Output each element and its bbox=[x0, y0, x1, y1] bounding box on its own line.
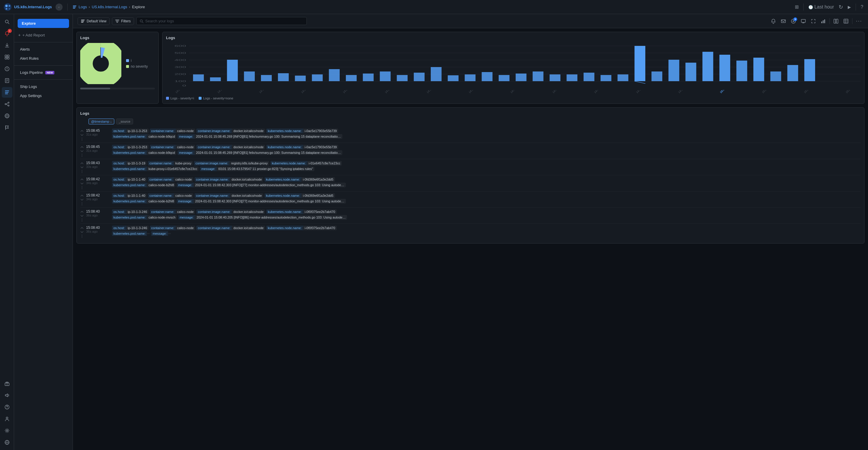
log-field[interactable]: message:2024-01-01 15:08:42.303 [INFO][7… bbox=[177, 199, 346, 203]
log-field[interactable]: message:2024-01-01 15:08:45.269 [INFO][8… bbox=[178, 150, 342, 155]
ellipsis-v-icon[interactable] bbox=[80, 234, 84, 238]
log-field[interactable]: container.image.name:docker.io/calico/no… bbox=[196, 209, 265, 214]
chevron-down-icon[interactable] bbox=[80, 214, 84, 218]
ellipsis-v-icon[interactable] bbox=[80, 153, 84, 157]
log-field[interactable]: container.image.name:registry.k8s.io/kub… bbox=[194, 161, 269, 166]
sidebar-item-alerts[interactable]: ! bbox=[2, 28, 12, 39]
ellipsis-v-icon[interactable] bbox=[80, 186, 84, 190]
log-field[interactable]: container.name:calico-node bbox=[150, 226, 195, 230]
log-field[interactable]: os.host:ip-10-1-3-19 bbox=[112, 161, 147, 166]
log-expand-controls[interactable] bbox=[80, 193, 84, 205]
fullscreen-button[interactable] bbox=[809, 17, 817, 25]
log-expand-controls[interactable] bbox=[80, 226, 84, 238]
log-field[interactable]: kubernetes.node.name:i-0ac5e17903e55b739 bbox=[266, 129, 338, 133]
sidebar-item-integrations[interactable] bbox=[2, 99, 12, 109]
log-field[interactable]: container.name:calico-node bbox=[148, 177, 193, 182]
log-field[interactable]: kubernetes.node.name:i-0f0f375ee2b7ab470 bbox=[266, 226, 337, 230]
chevron-down-icon[interactable] bbox=[80, 230, 84, 234]
chevron-up-icon[interactable] bbox=[80, 226, 84, 230]
log-field[interactable]: container.name:calico-node bbox=[150, 209, 195, 214]
sidebar-item-reports[interactable] bbox=[2, 75, 12, 86]
notification-button[interactable] bbox=[770, 17, 777, 25]
nav-item-alert-rules[interactable]: Alert Rules bbox=[16, 54, 71, 63]
log-field[interactable]: container.name:calico-node bbox=[150, 145, 195, 149]
log-field[interactable]: kubernetes.pod.name:calico-node-b9qcd bbox=[112, 150, 176, 155]
chevron-down-icon[interactable] bbox=[80, 198, 84, 201]
filters-button[interactable]: Filters bbox=[112, 17, 134, 25]
breadcrumb-source[interactable]: US.k8s.Internal.Logs bbox=[92, 5, 127, 9]
nav-item-logs-pipeline[interactable]: Logs Pipeline NEW bbox=[16, 68, 71, 77]
sidebar-item-settings[interactable] bbox=[2, 425, 12, 436]
sidebar-item-logs[interactable] bbox=[2, 87, 12, 97]
sidebar-item-search[interactable] bbox=[2, 17, 12, 27]
sidebar-item-deploy[interactable] bbox=[2, 40, 12, 51]
log-field[interactable]: message:I0101 15:08:43.579547 11 proxier… bbox=[200, 166, 314, 171]
log-expand-controls[interactable] bbox=[80, 177, 84, 190]
log-field[interactable]: container.image.name:docker.io/calico/no… bbox=[196, 129, 265, 133]
log-field[interactable]: message:2024-01-01 15:08:42.303 [INFO][7… bbox=[177, 182, 346, 187]
chevron-down-icon[interactable] bbox=[80, 166, 84, 169]
layout-table-button[interactable] bbox=[842, 17, 850, 25]
log-field[interactable]: kubernetes.node.name:i-0f0f375ee2b7ab470 bbox=[266, 209, 337, 214]
sidebar-item-flags[interactable] bbox=[2, 122, 12, 133]
log-field[interactable]: kubernetes.pod.name: bbox=[112, 231, 150, 236]
log-expand-controls[interactable] bbox=[80, 129, 84, 141]
log-expand-controls[interactable] bbox=[80, 145, 84, 157]
chevron-up-icon[interactable] bbox=[80, 129, 84, 133]
log-field[interactable]: container.name:kube-proxy bbox=[148, 161, 193, 166]
refresh-button[interactable]: ↻ bbox=[837, 3, 844, 11]
ellipsis-v-icon[interactable] bbox=[80, 218, 84, 222]
log-field[interactable]: message:2024-01-01 15:08:40.205 [INFO][8… bbox=[178, 215, 347, 220]
chevron-down-icon[interactable] bbox=[80, 149, 84, 153]
monitor-button[interactable] bbox=[800, 17, 807, 25]
ellipsis-v-icon[interactable] bbox=[80, 137, 84, 141]
nav-item-alerts[interactable]: Alerts bbox=[16, 45, 71, 54]
chevron-up-icon[interactable] bbox=[80, 162, 84, 165]
breadcrumb-logs[interactable]: Logs bbox=[79, 5, 87, 9]
chevron-up-icon[interactable] bbox=[80, 145, 84, 149]
log-field[interactable]: os.host:ip-10-1-1-40 bbox=[112, 177, 147, 182]
chevron-up-icon[interactable] bbox=[80, 210, 84, 214]
log-field[interactable]: container.name:calico-node bbox=[148, 193, 193, 198]
default-view-button[interactable]: Default View bbox=[78, 17, 110, 25]
log-expand-controls[interactable] bbox=[80, 209, 84, 222]
layout-split-button[interactable] bbox=[832, 17, 840, 25]
log-expand-controls[interactable] bbox=[80, 161, 84, 173]
more-options-button[interactable]: ··· bbox=[855, 17, 863, 25]
log-field[interactable]: kubernetes.pod.name:calico-node-b2hl8 bbox=[112, 182, 176, 187]
sidebar-item-gifts[interactable] bbox=[2, 378, 12, 389]
sidebar-item-incidents[interactable] bbox=[2, 63, 12, 74]
sidebar-item-announce[interactable] bbox=[2, 390, 12, 401]
brand-name[interactable]: US.k8s.Internal.Logs bbox=[14, 5, 52, 9]
apps-grid-icon[interactable]: ⊞ bbox=[794, 3, 800, 11]
sidebar-item-help[interactable] bbox=[2, 402, 12, 412]
nav-item-ship-logs[interactable]: Ship Logs bbox=[16, 82, 71, 91]
log-field[interactable]: kubernetes.node.name:i-0ac5e17903e55b739 bbox=[266, 145, 338, 149]
status-page-button[interactable]: 9 bbox=[789, 17, 797, 25]
sidebar-item-team[interactable] bbox=[2, 414, 12, 424]
help-button[interactable]: ? bbox=[860, 3, 865, 11]
ellipsis-v-icon[interactable] bbox=[80, 202, 84, 205]
nav-item-app-settings[interactable]: App Settings bbox=[16, 91, 71, 100]
sidebar-item-api[interactable] bbox=[2, 111, 12, 121]
last-hour-button[interactable]: 🕐 Last hour bbox=[807, 3, 835, 11]
log-field[interactable]: kubernetes.node.name:i-01e6457c8e7ce23cc bbox=[270, 161, 342, 166]
log-field[interactable]: os.host:ip-10-1-3-253 bbox=[112, 145, 149, 149]
add-report-button[interactable]: + + Add Report bbox=[14, 30, 72, 40]
chevron-down-icon[interactable] bbox=[80, 182, 84, 185]
play-button[interactable]: ▶ bbox=[846, 3, 852, 10]
log-field[interactable]: os.host:ip-10-1-3-246 bbox=[112, 226, 149, 230]
ellipsis-v-icon[interactable] bbox=[80, 170, 84, 173]
log-field[interactable]: os.host:ip-10-1-1-40 bbox=[112, 193, 147, 198]
log-field[interactable]: os.host:ip-10-1-3-253 bbox=[112, 129, 149, 133]
sidebar-item-globe[interactable] bbox=[2, 437, 12, 448]
bar-chart-button[interactable] bbox=[819, 17, 827, 25]
log-field[interactable]: container.image.name:docker.io/calico/no… bbox=[196, 145, 265, 149]
log-field[interactable]: kubernetes.pod.name:calico-node-mvsch bbox=[112, 215, 177, 220]
chevron-up-icon[interactable] bbox=[80, 194, 84, 197]
chevron-up-icon[interactable] bbox=[80, 178, 84, 181]
log-field[interactable]: container.name:calico-node bbox=[150, 129, 195, 133]
log-field[interactable]: kubernetes.pod.name:kube-proxy-i-01e6457… bbox=[112, 166, 198, 171]
log-field[interactable]: container.image.name:docker.io/calico/no… bbox=[194, 177, 263, 182]
search-bar[interactable] bbox=[136, 17, 307, 25]
